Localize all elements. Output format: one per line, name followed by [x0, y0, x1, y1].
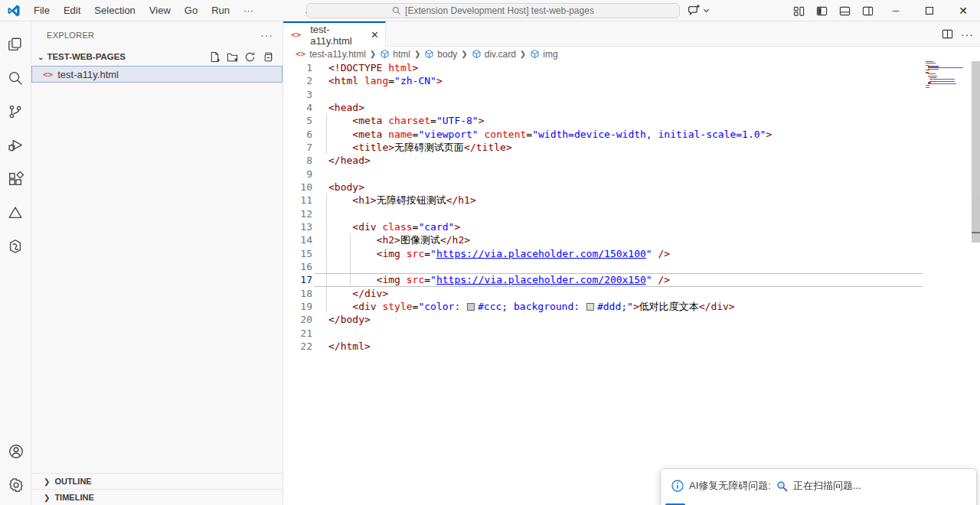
- breadcrumb-item-body[interactable]: body: [424, 49, 457, 60]
- maximize-button[interactable]: [913, 0, 946, 21]
- tab-label: test-a11y.html: [310, 24, 366, 47]
- line-number-gutter[interactable]: 12345678910111213141516171819202122: [283, 61, 314, 353]
- copilot-chat-icon[interactable]: [688, 4, 701, 17]
- timeline-section[interactable]: ❯ TIMELINE: [31, 489, 283, 505]
- magnifier-emoji-icon: [776, 481, 788, 492]
- symbol-cube-icon: [424, 49, 434, 59]
- breadcrumb-item-test-a11y-html[interactable]: <>test-a11y.html: [296, 49, 366, 60]
- breadcrumb-item-img[interactable]: img: [530, 49, 557, 60]
- breadcrumb-separator-icon: ❯: [370, 50, 376, 58]
- minimap[interactable]: [926, 61, 969, 88]
- breadcrumb-item-html[interactable]: html: [380, 49, 410, 60]
- line-number: 15: [283, 247, 314, 260]
- extensions-icon[interactable]: [0, 162, 31, 196]
- code-line[interactable]: <img src="https://via.placeholder.com/15…: [314, 247, 923, 260]
- run-debug-icon[interactable]: [0, 129, 31, 162]
- vscode-logo-icon: [7, 4, 21, 18]
- menu-go[interactable]: Go: [178, 2, 204, 18]
- menu-run[interactable]: Run: [204, 2, 237, 18]
- toggle-secondary-sidebar-icon[interactable]: [856, 0, 879, 21]
- editor-scrollbar[interactable]: [972, 61, 980, 243]
- settings-gear-icon[interactable]: [0, 468, 31, 502]
- refresh-icon[interactable]: [244, 51, 256, 63]
- info-icon: [671, 480, 684, 492]
- code-line[interactable]: <div style="color: #ccc; background: #dd…: [314, 300, 923, 313]
- code-line[interactable]: <h1>无障碍按钮测试</h1>: [314, 194, 923, 207]
- line-number: 16: [283, 260, 314, 273]
- color-swatch[interactable]: [467, 303, 475, 311]
- timeline-chevron-icon: ❯: [44, 494, 50, 502]
- toggle-panel-icon[interactable]: [833, 0, 856, 21]
- split-editor-icon[interactable]: [942, 28, 953, 40]
- menu-edit[interactable]: Edit: [57, 2, 87, 18]
- source-control-icon[interactable]: [0, 95, 31, 129]
- search-icon: [392, 6, 401, 15]
- code-editor: 12345678910111213141516171819202122 <!DO…: [283, 61, 980, 505]
- line-number: 3: [283, 88, 314, 101]
- code-line[interactable]: <div class="card">: [314, 220, 923, 233]
- customize-layout-icon[interactable]: [787, 0, 810, 21]
- color-swatch[interactable]: [586, 303, 594, 311]
- tab-test-a11y[interactable]: <> test-a11y.html ✕: [283, 21, 386, 47]
- code-line[interactable]: [314, 260, 923, 273]
- code-line[interactable]: </div>: [314, 287, 923, 300]
- code-line[interactable]: [314, 207, 923, 220]
- code-line[interactable]: [314, 88, 923, 101]
- explorer-title: EXPLORER: [47, 31, 94, 40]
- line-number: 7: [283, 141, 314, 154]
- code-line[interactable]: <body>: [314, 181, 923, 194]
- code-line[interactable]: <img src="https://via.placeholder.com/20…: [314, 273, 923, 286]
- accounts-icon[interactable]: [0, 435, 31, 468]
- line-number: 17: [283, 273, 314, 286]
- hexagon-extension-icon[interactable]: [0, 230, 31, 263]
- line-number: 11: [283, 194, 314, 207]
- toggle-primary-sidebar-icon[interactable]: [810, 0, 833, 21]
- code-line[interactable]: [314, 327, 923, 340]
- file-item-test-a11y[interactable]: <> test-a11y.html: [31, 66, 283, 83]
- search-sidebar-icon[interactable]: [0, 61, 31, 95]
- code-line[interactable]: <meta name="viewport" content="width=dev…: [314, 128, 923, 141]
- chevron-down-icon[interactable]: [703, 7, 710, 14]
- breadcrumb-separator-icon: ❯: [461, 50, 467, 58]
- explorer-more-actions-icon[interactable]: ···: [260, 29, 273, 41]
- code-line[interactable]: <h2>图像测试</h2>: [314, 233, 923, 246]
- menu-file[interactable]: File: [27, 2, 57, 18]
- outline-section[interactable]: ❯ OUTLINE: [31, 473, 283, 489]
- code-line[interactable]: <title>无障碍测试页面</title>: [314, 141, 923, 154]
- code-line[interactable]: </html>: [314, 340, 923, 353]
- breadcrumb-separator-icon: ❯: [414, 50, 420, 58]
- explorer-icon[interactable]: [0, 28, 31, 61]
- breadcrumb-item-div-card[interactable]: div.card: [472, 49, 516, 60]
- collapse-folders-icon[interactable]: [262, 51, 273, 63]
- breadcrumbs: <>test-a11y.html❯html❯body❯div.card❯img: [283, 47, 980, 61]
- notification-toast[interactable]: AI修复无障碍问题: 正在扫描问题...: [660, 468, 977, 505]
- folder-section-header[interactable]: ⌄ TEST-WEB-PAGES: [31, 48, 283, 65]
- azure-extension-icon[interactable]: [0, 196, 31, 230]
- new-file-icon[interactable]: [209, 51, 220, 63]
- code-line[interactable]: <meta charset="UTF-8">: [314, 114, 923, 127]
- menu-[interactable]: ···: [237, 2, 260, 18]
- code-lines[interactable]: <!DOCTYPE html><html lang="zh-CN"><head>…: [314, 61, 923, 353]
- html-file-icon: <>: [291, 30, 301, 40]
- close-button[interactable]: ✕: [946, 0, 980, 21]
- code-line[interactable]: [314, 168, 923, 181]
- file-name: test-a11y.html: [57, 69, 119, 80]
- activity-bar: [0, 21, 31, 505]
- new-folder-icon[interactable]: [227, 51, 238, 63]
- code-line[interactable]: <head>: [314, 101, 923, 114]
- command-center-search[interactable]: [Extension Development Host] test-web-pa…: [306, 3, 680, 18]
- code-line[interactable]: </body>: [314, 313, 923, 326]
- code-line[interactable]: </head>: [314, 154, 923, 167]
- editor-more-actions-icon[interactable]: ···: [961, 28, 974, 41]
- menu-view[interactable]: View: [142, 2, 178, 18]
- tab-close-icon[interactable]: ✕: [371, 29, 379, 41]
- line-number: 13: [283, 220, 314, 233]
- menu-selection[interactable]: Selection: [87, 2, 142, 18]
- minimize-button[interactable]: ─: [879, 0, 913, 21]
- explorer-sidebar: EXPLORER ··· ⌄ TEST-WEB-PAGES <> test-a1…: [31, 21, 283, 505]
- code-line[interactable]: <!DOCTYPE html>: [314, 61, 923, 74]
- line-number: 4: [283, 101, 314, 114]
- line-number: 20: [283, 313, 314, 326]
- tab-bar: <> test-a11y.html ✕ ···: [283, 21, 980, 47]
- code-line[interactable]: <html lang="zh-CN">: [314, 74, 923, 87]
